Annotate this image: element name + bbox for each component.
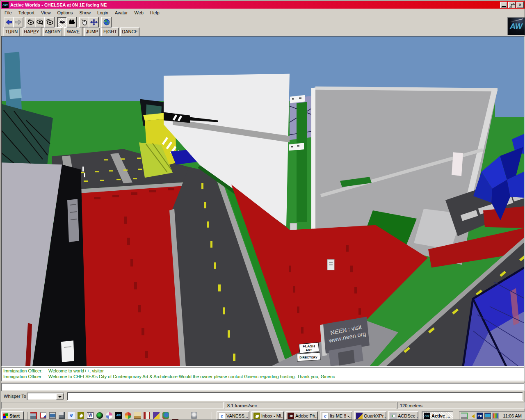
task-quarkxpress[interactable]: QuarkXPr...: [354, 411, 386, 420]
gesture-angry-button[interactable]: ANGRY: [43, 27, 62, 37]
3d-viewport[interactable]: NEEN : visit www.neen.org FLASH ART DIRE…: [1, 36, 525, 367]
mouse-icon: [81, 19, 88, 25]
task-active-worlds[interactable]: AWActive ...: [422, 411, 453, 420]
my-computer-icon[interactable]: [49, 412, 56, 419]
gesture-happy-button[interactable]: HAPPY: [22, 27, 41, 37]
volume-icon[interactable]: [469, 413, 475, 419]
clock: 11:06 AM: [503, 413, 523, 418]
whisper-input[interactable]: [67, 392, 523, 401]
window-title: Active Worlds - CHELSEA at 0N 1E facing …: [10, 2, 499, 7]
chat-sender: Immigration Officer:: [3, 368, 48, 374]
status-framerate: 8.1 frames/sec: [225, 402, 396, 409]
acdsee-icon: [390, 413, 397, 419]
restore-icon: [510, 3, 514, 7]
globe-media-icon[interactable]: [162, 412, 169, 419]
chat-line: Immigration Officer:Welcome to world++, …: [3, 368, 523, 374]
virtual-world-scene: NEEN : visit www.neen.org FLASH ART DIRE…: [2, 37, 524, 366]
menu-view[interactable]: View: [38, 10, 54, 16]
start-button[interactable]: Start: [1, 411, 24, 420]
menu-web[interactable]: Web: [131, 10, 147, 16]
forward-icon: [15, 19, 22, 25]
gesture-wave-button[interactable]: WAVE: [64, 27, 82, 37]
gesture-jump-button[interactable]: JUMP: [84, 27, 100, 37]
gesture-dance-button[interactable]: DANCE: [120, 27, 139, 37]
taskbar-divider[interactable]: [212, 412, 213, 420]
quark-icon[interactable]: [153, 412, 160, 419]
chat-sender: Immigration Officer:: [3, 374, 48, 379]
internet-explorer-icon[interactable]: e: [68, 412, 75, 419]
status-pane-empty: [1, 402, 224, 409]
chat-message: Welcome to world++, visitor: [48, 368, 104, 374]
building-sign: [67, 199, 79, 242]
task-inbox[interactable]: Inbox - Mi...: [251, 411, 284, 420]
webcam-icon[interactable]: [191, 412, 197, 419]
task-its-me[interactable]: eIts ME !! -...: [320, 411, 352, 420]
menu-show[interactable]: Show: [76, 10, 94, 16]
view-third-person-button[interactable]: [35, 17, 45, 27]
chat-log[interactable]: Immigration Officer:Welcome to world++, …: [1, 367, 525, 381]
language-indicator[interactable]: En: [477, 413, 483, 419]
menu-teleport[interactable]: Teleport: [15, 10, 38, 16]
internet-explorer-icon: e: [322, 413, 329, 419]
color-pinwheel-icon[interactable]: [125, 412, 131, 419]
gesture-turn-button[interactable]: TURN: [3, 27, 20, 37]
taskbar-divider[interactable]: [26, 412, 27, 420]
display-settings-icon[interactable]: [484, 413, 491, 419]
system-tray: En 11:06 AM: [459, 411, 525, 420]
minimize-button[interactable]: [500, 2, 507, 8]
titlebar[interactable]: AW Active Worlds - CHELSEA at 0N 1E faci…: [1, 1, 525, 9]
home-folder-icon[interactable]: [134, 412, 141, 419]
menu-help[interactable]: Help: [147, 10, 163, 16]
chat-line: Immigration Officer:Welcome to CHELSEA's…: [3, 374, 523, 379]
aw-logo: AW: [507, 17, 525, 35]
view-look-back-button[interactable]: [44, 17, 55, 27]
app-icon: AW: [2, 2, 9, 8]
status-bar: 8.1 frames/sec 120 meters: [0, 402, 525, 410]
back-button[interactable]: [4, 17, 14, 27]
active-worlds-icon[interactable]: AW: [115, 412, 122, 419]
globe-icon: [103, 19, 110, 25]
look-back-view-icon: [46, 19, 53, 25]
outlook-clock-icon: [253, 413, 260, 419]
chat-input-pane[interactable]: [1, 383, 525, 391]
forward-button[interactable]: [13, 17, 23, 27]
task-acdsee[interactable]: ACDSee ...: [388, 411, 418, 420]
eye-icon: [59, 19, 66, 25]
task-vanessa[interactable]: eVANESS...: [217, 411, 249, 420]
internet-explorer-icon: e: [219, 413, 225, 419]
pink-pinwheel-icon[interactable]: [106, 412, 112, 419]
move-arrows-icon: [90, 19, 98, 25]
word-icon[interactable]: W: [87, 412, 94, 419]
restore-button[interactable]: [508, 2, 516, 8]
camera-button[interactable]: [66, 17, 77, 27]
printer-icon[interactable]: [59, 412, 65, 419]
chat-message: Welcome to CHELSEA's City of Contemporar…: [48, 374, 335, 379]
red-book-icon[interactable]: [144, 412, 150, 419]
view-first-person-button[interactable]: [25, 17, 36, 27]
bottom-left-sign: [61, 340, 74, 362]
task-adobe-photoshop[interactable]: Adobe Ph...: [285, 411, 318, 420]
whisper-target-select[interactable]: [27, 393, 64, 400]
active-worlds-icon: AW: [424, 413, 430, 419]
scanner-icon[interactable]: [492, 413, 499, 419]
menu-login[interactable]: Login: [94, 10, 112, 16]
web-button[interactable]: [101, 17, 112, 27]
menu-avatar[interactable]: Avatar: [112, 10, 131, 16]
schedule-clock-icon[interactable]: [78, 412, 84, 419]
eye-visibility-button[interactable]: [57, 17, 67, 27]
close-button[interactable]: ×: [516, 2, 524, 8]
quark-icon: [356, 413, 363, 419]
mail-computer-icon[interactable]: [30, 412, 37, 419]
move-mode-button[interactable]: [89, 17, 99, 27]
svg-text:ART: ART: [306, 348, 312, 352]
first-person-view-icon: [27, 19, 34, 25]
windows-logo-icon: [3, 413, 8, 418]
chevron-down-icon[interactable]: [56, 393, 64, 399]
desktop-note-icon[interactable]: [40, 412, 46, 419]
msn-globe-icon[interactable]: [96, 412, 103, 419]
gesture-fight-button[interactable]: FIGHT: [101, 27, 119, 37]
mouse-look-button[interactable]: [79, 17, 89, 27]
menu-options[interactable]: Options: [54, 10, 76, 16]
tablet-icon[interactable]: [461, 413, 468, 419]
menu-file[interactable]: File: [1, 10, 15, 16]
